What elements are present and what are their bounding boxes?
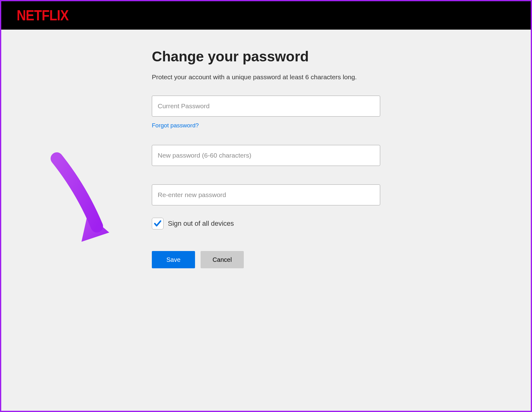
netflix-logo[interactable]: NETFLIX xyxy=(17,7,69,24)
page-subtitle: Protect your account with a unique passw… xyxy=(152,73,380,81)
new-password-input[interactable] xyxy=(152,145,380,166)
signout-checkbox[interactable] xyxy=(152,218,164,229)
cancel-button[interactable]: Cancel xyxy=(201,251,244,268)
save-button[interactable]: Save xyxy=(152,251,195,268)
main-content: Change your password Protect your accoun… xyxy=(152,30,380,268)
checkmark-icon xyxy=(153,219,162,228)
new-password-group xyxy=(152,145,380,166)
forgot-password-link[interactable]: Forgot password? xyxy=(152,122,199,129)
page-title: Change your password xyxy=(152,48,380,65)
signout-checkbox-row: Sign out of all devices xyxy=(152,218,380,229)
confirm-password-group xyxy=(152,184,380,205)
app-header: NETFLIX xyxy=(1,1,531,30)
signout-checkbox-label: Sign out of all devices xyxy=(168,220,234,228)
annotation-arrow-icon xyxy=(44,152,118,251)
current-password-group xyxy=(152,96,380,117)
action-buttons: Save Cancel xyxy=(152,251,380,268)
current-password-input[interactable] xyxy=(152,96,380,117)
confirm-password-input[interactable] xyxy=(152,184,380,205)
